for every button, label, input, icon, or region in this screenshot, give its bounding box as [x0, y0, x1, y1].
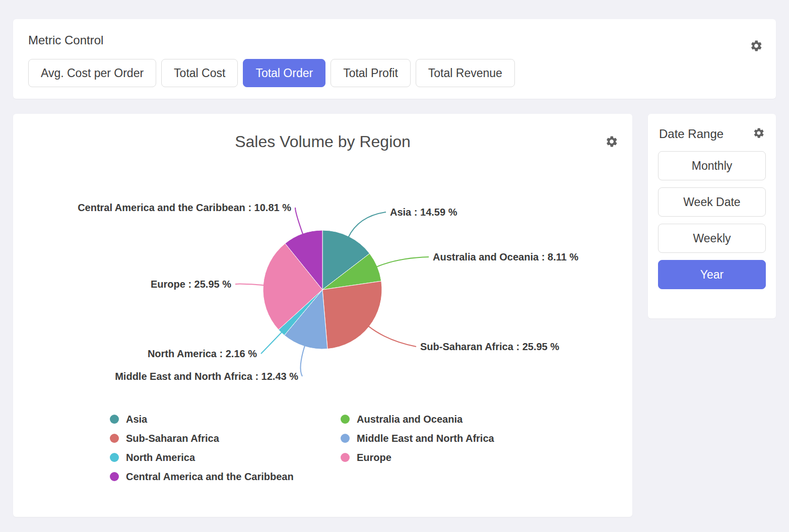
chart-title: Sales Volume by Region [13, 132, 632, 151]
legend-item-central-america-and-the-caribbean[interactable]: Central America and the Caribbean [110, 471, 341, 483]
legend-dot-icon [110, 434, 119, 443]
legend-item-asia[interactable]: Asia [110, 413, 341, 425]
dashboard-page: Metric Control Avg. Cost per OrderTotal … [0, 0, 789, 517]
legend-label: Europe [357, 451, 391, 463]
metric-button-total-order[interactable]: Total Order [243, 59, 325, 87]
metric-button-total-revenue[interactable]: Total Revenue [416, 59, 515, 87]
pie-leader-line-sub-saharan-africa [368, 326, 416, 347]
legend-label: Asia [126, 413, 147, 425]
legend-item-europe[interactable]: Europe [341, 451, 632, 463]
metric-buttons: Avg. Cost per OrderTotal CostTotal Order… [28, 59, 761, 87]
legend-dot-icon [341, 453, 350, 462]
date-range-button-weekly[interactable]: Weekly [658, 224, 766, 253]
pie-leader-line-australia-and-oceania [376, 257, 429, 267]
metric-button-avg-cost-per-order[interactable]: Avg. Cost per Order [28, 59, 156, 87]
legend-dot-icon [341, 434, 350, 443]
pie-leader-line-central-america-and-the-caribbean [295, 208, 303, 235]
date-range-title: Date Range [659, 127, 724, 141]
pie-label-central-america-and-the-caribbean: Central America and the Caribbean : 10.8… [78, 202, 291, 213]
metric-button-total-profit[interactable]: Total Profit [331, 59, 411, 87]
legend-label: Sub-Saharan Africa [126, 432, 219, 444]
date-range-card: Date Range MonthlyWeek DateWeeklyYear [648, 114, 776, 318]
legend-item-sub-saharan-africa[interactable]: Sub-Saharan Africa [110, 432, 341, 444]
legend-item-australia-and-oceania[interactable]: Australia and Oceania [341, 413, 632, 425]
pie-leader-line-north-america [261, 332, 282, 354]
date-range-header: Date Range [658, 124, 766, 141]
sales-volume-chart-card: Sales Volume by Region Asia : 14.59 %Aus… [13, 114, 632, 517]
pie-leader-line-europe [235, 284, 264, 286]
pie-label-north-america: North America : 2.16 % [148, 348, 257, 359]
pie-label-middle-east-and-north-africa: Middle East and North Africa : 12.43 % [115, 371, 298, 382]
chart-settings-gear-icon[interactable] [605, 135, 618, 148]
legend-dot-icon [341, 415, 350, 424]
pie-slice-sub-saharan-africa[interactable] [322, 281, 382, 349]
legend-dot-icon [110, 472, 119, 481]
metric-button-total-cost[interactable]: Total Cost [161, 59, 238, 87]
legend-label: Australia and Oceania [357, 413, 463, 425]
chart-legend: AsiaAustralia and OceaniaSub-Saharan Afr… [110, 413, 632, 483]
metric-control-title: Metric Control [28, 33, 761, 47]
legend-item-middle-east-and-north-africa[interactable]: Middle East and North Africa [341, 432, 632, 444]
date-range-button-week-date[interactable]: Week Date [658, 187, 766, 217]
metric-control-card: Metric Control Avg. Cost per OrderTotal … [13, 19, 776, 99]
pie-label-australia-and-oceania: Australia and Oceania : 8.11 % [433, 251, 578, 262]
date-range-button-year[interactable]: Year [658, 260, 766, 289]
date-range-buttons: MonthlyWeek DateWeeklyYear [658, 151, 766, 289]
pie-label-asia: Asia : 14.59 % [390, 207, 457, 218]
legend-label: Central America and the Caribbean [126, 471, 294, 483]
date-range-settings-gear-icon[interactable] [753, 127, 765, 141]
pie-label-sub-saharan-africa: Sub-Saharan Africa : 25.95 % [420, 341, 559, 352]
legend-dot-icon [110, 453, 119, 462]
legend-dot-icon [110, 415, 119, 424]
legend-item-north-america[interactable]: North America [110, 451, 341, 463]
pie-label-europe: Europe : 25.95 % [151, 279, 231, 290]
legend-label: Middle East and North Africa [357, 432, 494, 444]
date-range-button-monthly[interactable]: Monthly [658, 151, 766, 180]
pie-chart: Asia : 14.59 %Australia and Oceania : 8.… [13, 164, 632, 401]
legend-label: North America [126, 451, 195, 463]
pie-leader-line-middle-east-and-north-africa [300, 346, 305, 376]
metric-settings-gear-icon[interactable] [750, 39, 763, 52]
pie-leader-line-asia [348, 212, 386, 237]
